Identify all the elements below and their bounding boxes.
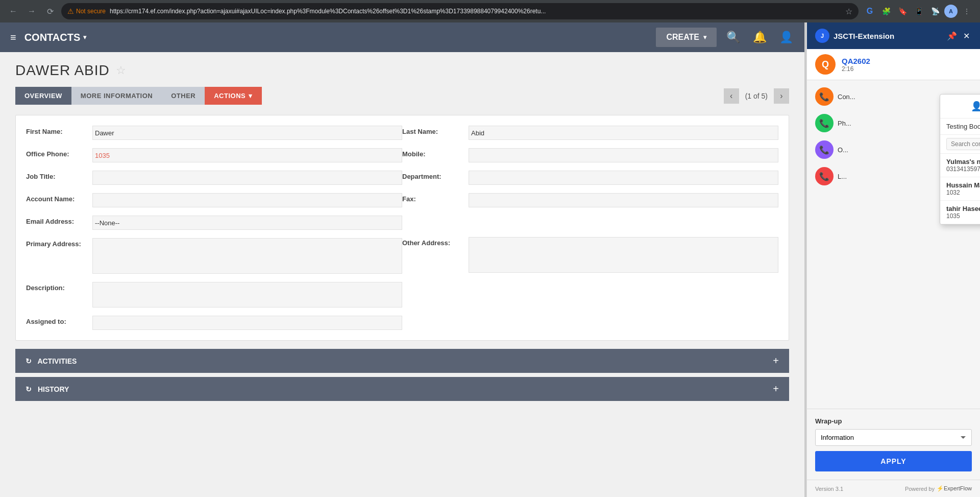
contact-2-name: Hussain Manzoor (Testin...) xyxy=(946,181,980,189)
mobile-value xyxy=(469,148,778,162)
create-button[interactable]: CREATE ▾ xyxy=(656,28,717,47)
contact-item-2[interactable]: Hussain Manzoor (Testin...) 1032 xyxy=(940,177,980,201)
url-text: https://crm174.ef.com/index.php?action=a… xyxy=(110,8,841,15)
phone-circle-2: 📞 xyxy=(815,114,834,132)
history-icon: ↻ xyxy=(26,385,32,393)
address-bar[interactable]: ⚠ Not secure https://crm174.ef.com/index… xyxy=(61,3,859,19)
job-title-label: Job Title: xyxy=(26,171,92,180)
pagination: ‹ (1 of 5) › xyxy=(724,88,789,104)
email-row: Email Address: --None-- xyxy=(26,216,402,230)
fax-label: Fax: xyxy=(402,193,469,203)
primary-address-value xyxy=(92,238,402,274)
favorite-button[interactable]: ☆ xyxy=(116,64,126,77)
tab-actions[interactable]: ACTIONS ▾ xyxy=(205,87,262,105)
page-info: (1 of 5) xyxy=(741,92,772,100)
content-area: DAWER ABID ☆ OVERVIEW MORE INFORMATION O… xyxy=(0,52,804,497)
next-page-button[interactable]: › xyxy=(774,88,789,104)
contact-dropdown-header: 👤 ⠿ xyxy=(940,94,980,119)
other-address-row: Other Address: xyxy=(402,237,778,273)
other-address-label: Other Address: xyxy=(402,237,469,247)
department-row: Department: xyxy=(402,171,778,185)
profile-avatar[interactable]: A xyxy=(944,5,958,18)
side-panel-header-icons: 📌 ✕ xyxy=(945,30,972,42)
ef-brand: ⚡ExpertFlow xyxy=(937,485,972,492)
tab-more-information[interactable]: MORE INFORMATION xyxy=(71,87,162,105)
user-button[interactable]: 👤 xyxy=(776,27,796,48)
wrapup-section: Wrap-up Information Follow-up Completed … xyxy=(807,409,980,480)
app-icon[interactable]: 📱 xyxy=(912,4,926,18)
form-left-col: First Name: Dawer Office Phone: 1035 Job… xyxy=(26,126,402,330)
hamburger-button[interactable]: ≡ xyxy=(8,30,18,45)
activities-icon: ↻ xyxy=(26,357,32,365)
email-label: Email Address: xyxy=(26,216,92,225)
phone-circle-3: 📞 xyxy=(815,140,834,159)
activities-section[interactable]: ↻ ACTIVITIES + xyxy=(15,349,789,373)
fax-row: Fax: xyxy=(402,193,778,207)
side-panel-header: J JSCTI-Extension 📌 ✕ xyxy=(807,22,980,49)
pin-button[interactable]: 📌 xyxy=(945,30,959,42)
form-right-col: Last Name: Abid Mobile: Department: xyxy=(402,126,778,330)
tab-person-icon[interactable]: 👤 xyxy=(946,99,980,114)
contacts-chevron-icon: ▾ xyxy=(83,34,86,41)
extension-icon[interactable]: 🧩 xyxy=(879,4,893,18)
department-label: Department: xyxy=(402,171,469,180)
form-grid: First Name: Dawer Office Phone: 1035 Job… xyxy=(16,115,789,340)
contact-search-input[interactable] xyxy=(946,138,980,150)
apply-button[interactable]: APPLY xyxy=(815,451,972,471)
job-title-value xyxy=(92,171,402,185)
create-label: CREATE xyxy=(666,33,699,42)
top-nav: ≡ CONTACTS ▾ CREATE ▾ 🔍 🔔 👤 xyxy=(0,22,804,52)
history-add-button[interactable]: + xyxy=(773,383,779,395)
forward-button[interactable]: → xyxy=(24,4,39,18)
contact-item-3[interactable]: tahir Haseeb 1035 xyxy=(940,201,980,224)
last-name-row: Last Name: Abid xyxy=(402,126,778,140)
office-phone-value[interactable]: 1035 xyxy=(92,148,402,162)
close-panel-button[interactable]: ✕ xyxy=(961,30,972,42)
first-name-row: First Name: Dawer xyxy=(26,126,402,140)
browser-chrome: ← → ⟳ ⚠ Not secure https://crm174.ef.com… xyxy=(0,0,980,22)
phone-label-4: L... xyxy=(838,173,847,180)
email-value: --None-- xyxy=(92,216,402,230)
phone-label-2: Ph... xyxy=(838,120,851,127)
contacts-nav-label[interactable]: CONTACTS ▾ xyxy=(24,32,87,43)
back-button[interactable]: ← xyxy=(6,4,20,18)
wrapup-select[interactable]: Information Follow-up Completed Other xyxy=(815,429,972,446)
side-panel: J JSCTI-Extension 📌 ✕ Q QA2602 2:16 📞 Co… xyxy=(806,22,980,497)
side-panel-title: JSCTI-Extension xyxy=(834,32,894,40)
form-card: First Name: Dawer Office Phone: 1035 Job… xyxy=(15,115,789,341)
star-icon[interactable]: ☆ xyxy=(845,7,852,16)
primary-address-row: Primary Address: xyxy=(26,238,402,274)
history-section[interactable]: ↻ HISTORY + xyxy=(15,377,789,401)
tab-overview[interactable]: OVERVIEW xyxy=(15,87,71,105)
crm-panel: ≡ CONTACTS ▾ CREATE ▾ 🔍 🔔 👤 DAWER ABID ☆ xyxy=(0,22,804,497)
contact-3-name: tahir Haseeb xyxy=(946,205,980,212)
office-phone-label: Office Phone: xyxy=(26,148,92,158)
history-label: HISTORY xyxy=(38,385,69,393)
phone-circle-4: 📞 xyxy=(815,167,834,185)
caller-info-bar: Q QA2602 2:16 xyxy=(807,49,980,80)
record-title: DAWER ABID xyxy=(15,62,110,79)
activities-label: ACTIVITIES xyxy=(37,357,77,365)
contact-dropdown-panel: 👤 ⠿ Testing Book ▾ 🔍 Yulmas's number (Th… xyxy=(940,94,980,225)
bookmark-icon[interactable]: 🔖 xyxy=(895,4,910,18)
cast-icon[interactable]: 📡 xyxy=(928,4,942,18)
primary-address-label: Primary Address: xyxy=(26,238,92,248)
activities-content: ↻ ACTIVITIES xyxy=(26,357,77,365)
g-icon[interactable]: G xyxy=(863,4,877,18)
book-selector[interactable]: Testing Book ▾ xyxy=(940,119,980,135)
not-secure-indicator: ⚠ Not secure xyxy=(67,7,106,15)
caller-time: 2:16 xyxy=(842,65,870,73)
department-value xyxy=(469,171,778,185)
menu-button[interactable]: ⋮ xyxy=(960,4,974,18)
reload-button[interactable]: ⟳ xyxy=(43,4,57,18)
tab-other[interactable]: OTHER xyxy=(162,87,205,105)
phone-circle-1: 📞 xyxy=(815,87,834,106)
powered-by-label: Powered by xyxy=(905,486,935,492)
search-button[interactable]: 🔍 xyxy=(723,27,743,48)
contact-item-1[interactable]: Yulmas's number (This r...) 03134135977 xyxy=(940,154,980,177)
activities-add-button[interactable]: + xyxy=(773,355,779,367)
powered-by-area: Powered by ⚡ExpertFlow xyxy=(905,485,972,492)
notifications-button[interactable]: 🔔 xyxy=(749,27,770,48)
contact-2-number: 1032 xyxy=(946,189,980,196)
prev-page-button[interactable]: ‹ xyxy=(724,88,739,104)
